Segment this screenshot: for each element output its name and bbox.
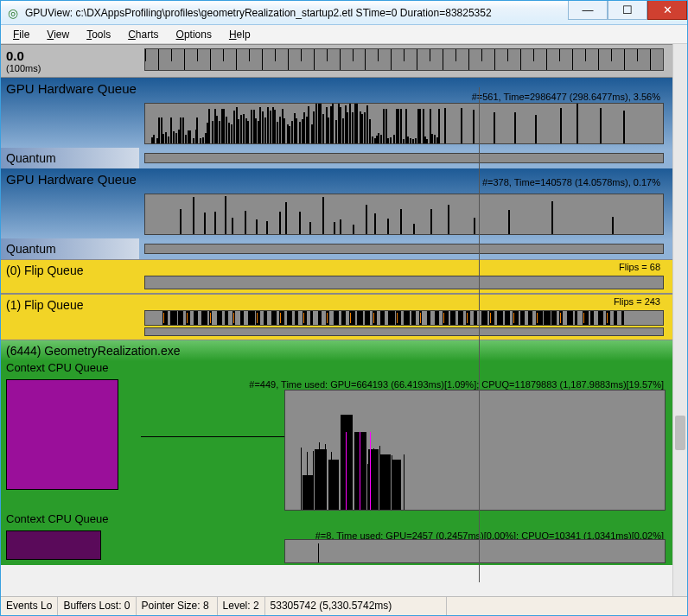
cpu-queue-2-label: Context CPU Queue — [1, 512, 672, 525]
ruler-ticks — [145, 49, 663, 70]
scrollbar-thumb[interactable] — [675, 416, 685, 450]
gpu1-title: GPU Hardware Queue — [1, 78, 142, 99]
flip1-title: (1) Flip Queue — [1, 295, 139, 340]
statusbar: Events Lo Buffers Lost: 0 Pointer Size: … — [1, 596, 687, 615]
process-section: (6444) GeometryRealization.exe Context C… — [1, 340, 672, 565]
gpu-hw-queue-1: GPU Hardware Queue #=561, Time=2986477 (… — [1, 78, 672, 168]
maximize-button[interactable]: ☐ — [608, 1, 647, 20]
flip0-title: (0) Flip Queue — [1, 260, 139, 293]
cpu2-color-swatch — [6, 530, 101, 560]
gpu1-quantum-track[interactable] — [144, 153, 664, 163]
status-level: Level: 2 — [218, 597, 265, 615]
close-button[interactable]: ✕ — [647, 1, 687, 20]
ruler-row: 0.0 (100ms) — [1, 44, 672, 78]
vertical-scrollbar[interactable] — [672, 44, 687, 596]
ruler-label: 0.0 (100ms) — [1, 45, 139, 77]
menu-charts[interactable]: Charts — [121, 27, 165, 42]
gpu1-quantum-label: Quantum — [1, 148, 139, 168]
flip1-stats: Flips = 243 — [614, 296, 660, 307]
flip-queue-0: (0) Flip Queue Flips = 68 — [1, 259, 672, 294]
titlebar: ◎ GPUView: c:\DXAppsProfiling\profiles\g… — [1, 1, 687, 25]
ruler-value: 0.0 — [6, 48, 134, 63]
gpu2-quantum-label: Quantum — [1, 238, 139, 259]
status-buffers: Buffers Lost: 0 — [58, 597, 136, 615]
flip1-under-track[interactable] — [144, 327, 664, 336]
cpu2-spike — [318, 543, 319, 562]
menu-view[interactable]: View — [40, 27, 76, 42]
app-icon: ◎ — [6, 6, 20, 20]
gpu2-title: GPU Hardware Queue — [1, 168, 142, 190]
flip0-track[interactable] — [144, 276, 664, 289]
cpu1-track[interactable] — [284, 390, 666, 511]
cpu-queue-1-label: Context CPU Queue — [1, 361, 672, 374]
process-header: (6444) GeometryRealization.exe — [1, 340, 672, 361]
minimize-button[interactable]: — — [568, 1, 608, 20]
menu-file[interactable]: File — [6, 27, 36, 42]
lanes[interactable]: 0.0 (100ms) GPU Hardware Queue — [1, 44, 672, 596]
status-events: Events Lo — [1, 597, 58, 615]
flip0-stats: Flips = 68 — [619, 262, 660, 272]
menubar: File View Tools Charts Options Help — [1, 25, 687, 44]
menu-help[interactable]: Help — [222, 27, 258, 42]
ruler-track[interactable] — [144, 48, 664, 71]
cpu2-track[interactable] — [284, 539, 666, 563]
status-time: 53305742 (5,330.5742ms) — [265, 597, 447, 615]
menu-options[interactable]: Options — [169, 27, 219, 42]
workarea: 0.0 (100ms) GPU Hardware Queue — [1, 44, 687, 596]
gpu1-track[interactable] — [144, 103, 664, 144]
time-cursor[interactable] — [479, 87, 480, 582]
cpu1-color-swatch — [6, 379, 118, 490]
gpu-hw-queue-2: GPU Hardware Queue #=378, Time=140578 (1… — [1, 168, 672, 259]
status-pointer: Pointer Size: 8 — [137, 597, 218, 615]
flip-queue-1: (1) Flip Queue Flips = 243 — [1, 294, 672, 340]
gpu2-stats: #=378, Time=140578 (14.0578ms), 0.17% — [482, 177, 660, 187]
window-buttons: — ☐ ✕ — [568, 1, 687, 20]
gpu2-quantum-track[interactable] — [144, 244, 664, 254]
menu-tools[interactable]: Tools — [80, 27, 118, 42]
ruler-body[interactable] — [139, 45, 672, 77]
status-spacer — [447, 597, 687, 615]
flip1-track[interactable] — [144, 310, 664, 326]
gpu2-track[interactable] — [144, 194, 664, 235]
ruler-unit: (100ms) — [6, 63, 134, 73]
